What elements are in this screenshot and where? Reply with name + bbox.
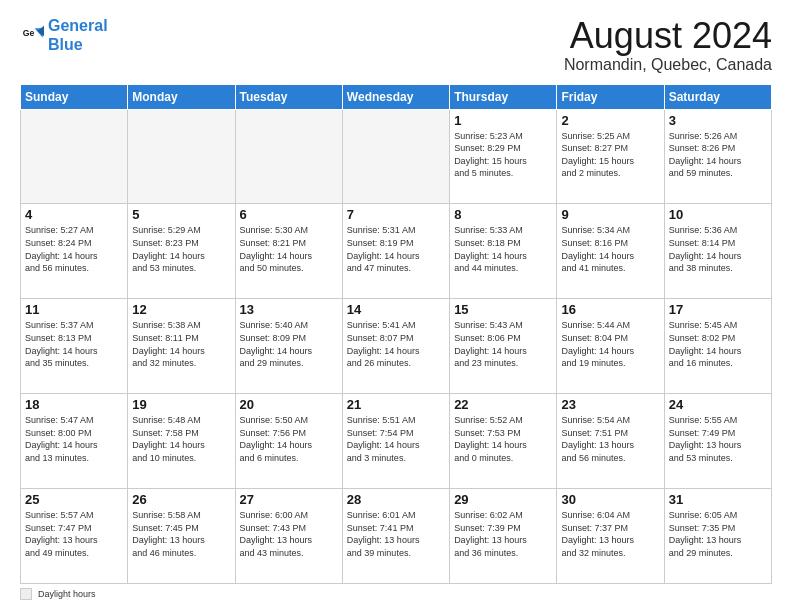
location: Normandin, Quebec, Canada — [564, 56, 772, 74]
day-info: Sunrise: 5:43 AM Sunset: 8:06 PM Dayligh… — [454, 319, 552, 369]
calendar-cell: 4Sunrise: 5:27 AM Sunset: 8:24 PM Daylig… — [21, 204, 128, 299]
calendar-cell: 1Sunrise: 5:23 AM Sunset: 8:29 PM Daylig… — [450, 109, 557, 204]
day-header-tuesday: Tuesday — [235, 84, 342, 109]
day-header-monday: Monday — [128, 84, 235, 109]
calendar-cell: 5Sunrise: 5:29 AM Sunset: 8:23 PM Daylig… — [128, 204, 235, 299]
calendar-cell: 26Sunrise: 5:58 AM Sunset: 7:45 PM Dayli… — [128, 489, 235, 584]
day-number: 17 — [669, 302, 767, 317]
calendar-week-4: 18Sunrise: 5:47 AM Sunset: 8:00 PM Dayli… — [21, 394, 772, 489]
day-info: Sunrise: 5:50 AM Sunset: 7:56 PM Dayligh… — [240, 414, 338, 464]
calendar-cell — [21, 109, 128, 204]
calendar-cell: 21Sunrise: 5:51 AM Sunset: 7:54 PM Dayli… — [342, 394, 449, 489]
day-number: 11 — [25, 302, 123, 317]
day-number: 4 — [25, 207, 123, 222]
month-year: August 2024 — [564, 16, 772, 56]
calendar-cell: 23Sunrise: 5:54 AM Sunset: 7:51 PM Dayli… — [557, 394, 664, 489]
day-header-wednesday: Wednesday — [342, 84, 449, 109]
calendar-cell: 24Sunrise: 5:55 AM Sunset: 7:49 PM Dayli… — [664, 394, 771, 489]
day-number: 29 — [454, 492, 552, 507]
day-info: Sunrise: 5:55 AM Sunset: 7:49 PM Dayligh… — [669, 414, 767, 464]
day-number: 5 — [132, 207, 230, 222]
calendar-week-5: 25Sunrise: 5:57 AM Sunset: 7:47 PM Dayli… — [21, 489, 772, 584]
calendar-cell: 19Sunrise: 5:48 AM Sunset: 7:58 PM Dayli… — [128, 394, 235, 489]
day-number: 25 — [25, 492, 123, 507]
calendar-cell: 14Sunrise: 5:41 AM Sunset: 8:07 PM Dayli… — [342, 299, 449, 394]
calendar-cell: 7Sunrise: 5:31 AM Sunset: 8:19 PM Daylig… — [342, 204, 449, 299]
day-info: Sunrise: 6:01 AM Sunset: 7:41 PM Dayligh… — [347, 509, 445, 559]
day-number: 20 — [240, 397, 338, 412]
header: Ge General Blue August 2024 Normandin, Q… — [20, 16, 772, 74]
logo-text: General Blue — [48, 16, 108, 54]
day-info: Sunrise: 5:36 AM Sunset: 8:14 PM Dayligh… — [669, 224, 767, 274]
day-info: Sunrise: 5:54 AM Sunset: 7:51 PM Dayligh… — [561, 414, 659, 464]
calendar-header-row: SundayMondayTuesdayWednesdayThursdayFrid… — [21, 84, 772, 109]
day-header-sunday: Sunday — [21, 84, 128, 109]
daylight-label: Daylight hours — [38, 589, 96, 599]
day-header-saturday: Saturday — [664, 84, 771, 109]
daylight-box — [20, 588, 32, 600]
calendar-cell: 18Sunrise: 5:47 AM Sunset: 8:00 PM Dayli… — [21, 394, 128, 489]
day-number: 28 — [347, 492, 445, 507]
day-info: Sunrise: 5:23 AM Sunset: 8:29 PM Dayligh… — [454, 130, 552, 180]
calendar-cell: 15Sunrise: 5:43 AM Sunset: 8:06 PM Dayli… — [450, 299, 557, 394]
calendar-cell — [342, 109, 449, 204]
calendar-week-1: 1Sunrise: 5:23 AM Sunset: 8:29 PM Daylig… — [21, 109, 772, 204]
day-number: 15 — [454, 302, 552, 317]
day-header-friday: Friday — [557, 84, 664, 109]
logo-line1: General — [48, 17, 108, 34]
day-info: Sunrise: 5:48 AM Sunset: 7:58 PM Dayligh… — [132, 414, 230, 464]
day-info: Sunrise: 5:29 AM Sunset: 8:23 PM Dayligh… — [132, 224, 230, 274]
page: Ge General Blue August 2024 Normandin, Q… — [0, 0, 792, 612]
day-number: 18 — [25, 397, 123, 412]
logo: Ge General Blue — [20, 16, 108, 54]
day-number: 7 — [347, 207, 445, 222]
day-info: Sunrise: 5:27 AM Sunset: 8:24 PM Dayligh… — [25, 224, 123, 274]
calendar-cell: 29Sunrise: 6:02 AM Sunset: 7:39 PM Dayli… — [450, 489, 557, 584]
day-number: 1 — [454, 113, 552, 128]
day-info: Sunrise: 6:02 AM Sunset: 7:39 PM Dayligh… — [454, 509, 552, 559]
calendar-cell: 12Sunrise: 5:38 AM Sunset: 8:11 PM Dayli… — [128, 299, 235, 394]
day-number: 23 — [561, 397, 659, 412]
calendar-cell — [128, 109, 235, 204]
title-block: August 2024 Normandin, Quebec, Canada — [564, 16, 772, 74]
day-info: Sunrise: 5:44 AM Sunset: 8:04 PM Dayligh… — [561, 319, 659, 369]
day-number: 27 — [240, 492, 338, 507]
day-info: Sunrise: 5:31 AM Sunset: 8:19 PM Dayligh… — [347, 224, 445, 274]
calendar-cell: 13Sunrise: 5:40 AM Sunset: 8:09 PM Dayli… — [235, 299, 342, 394]
calendar-cell: 6Sunrise: 5:30 AM Sunset: 8:21 PM Daylig… — [235, 204, 342, 299]
calendar-cell: 25Sunrise: 5:57 AM Sunset: 7:47 PM Dayli… — [21, 489, 128, 584]
svg-text:Ge: Ge — [23, 29, 35, 39]
day-number: 6 — [240, 207, 338, 222]
day-info: Sunrise: 5:52 AM Sunset: 7:53 PM Dayligh… — [454, 414, 552, 464]
calendar-cell: 20Sunrise: 5:50 AM Sunset: 7:56 PM Dayli… — [235, 394, 342, 489]
calendar-cell: 30Sunrise: 6:04 AM Sunset: 7:37 PM Dayli… — [557, 489, 664, 584]
calendar-cell: 11Sunrise: 5:37 AM Sunset: 8:13 PM Dayli… — [21, 299, 128, 394]
day-info: Sunrise: 5:51 AM Sunset: 7:54 PM Dayligh… — [347, 414, 445, 464]
day-number: 3 — [669, 113, 767, 128]
calendar-cell — [235, 109, 342, 204]
logo-icon: Ge — [20, 23, 44, 47]
day-number: 24 — [669, 397, 767, 412]
day-number: 2 — [561, 113, 659, 128]
calendar-cell: 22Sunrise: 5:52 AM Sunset: 7:53 PM Dayli… — [450, 394, 557, 489]
day-number: 14 — [347, 302, 445, 317]
calendar-cell: 8Sunrise: 5:33 AM Sunset: 8:18 PM Daylig… — [450, 204, 557, 299]
logo-line2: Blue — [48, 36, 83, 53]
day-header-thursday: Thursday — [450, 84, 557, 109]
day-number: 12 — [132, 302, 230, 317]
calendar-cell: 2Sunrise: 5:25 AM Sunset: 8:27 PM Daylig… — [557, 109, 664, 204]
calendar-cell: 27Sunrise: 6:00 AM Sunset: 7:43 PM Dayli… — [235, 489, 342, 584]
calendar-cell: 3Sunrise: 5:26 AM Sunset: 8:26 PM Daylig… — [664, 109, 771, 204]
day-info: Sunrise: 5:38 AM Sunset: 8:11 PM Dayligh… — [132, 319, 230, 369]
day-number: 22 — [454, 397, 552, 412]
day-number: 8 — [454, 207, 552, 222]
day-number: 31 — [669, 492, 767, 507]
day-number: 10 — [669, 207, 767, 222]
day-info: Sunrise: 5:40 AM Sunset: 8:09 PM Dayligh… — [240, 319, 338, 369]
day-number: 21 — [347, 397, 445, 412]
day-number: 13 — [240, 302, 338, 317]
day-number: 26 — [132, 492, 230, 507]
day-number: 16 — [561, 302, 659, 317]
day-info: Sunrise: 5:57 AM Sunset: 7:47 PM Dayligh… — [25, 509, 123, 559]
day-info: Sunrise: 6:04 AM Sunset: 7:37 PM Dayligh… — [561, 509, 659, 559]
